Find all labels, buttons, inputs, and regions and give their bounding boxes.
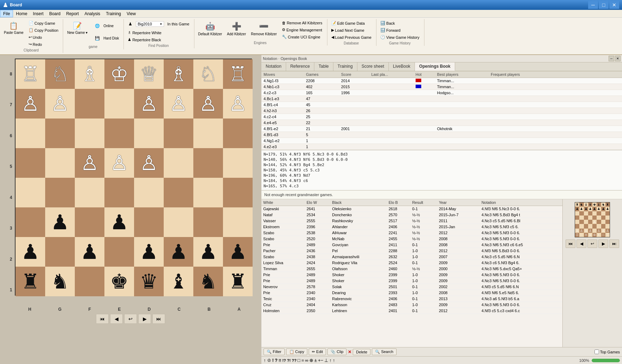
square-r5c7[interactable] (223, 148, 253, 178)
default-kibitzer-button[interactable]: 🤖 Default Kibitzer (197, 20, 224, 37)
mini-next-button[interactable]: ▶ (598, 239, 608, 248)
list-item[interactable]: Timman 2655 Olafsson 2460 ½-½ 2000 4.Nc3… (261, 266, 562, 272)
square-r7c7[interactable]: ♙ (223, 89, 253, 119)
square-r8c0[interactable]: ♖ (16, 59, 45, 89)
add-kibitzer-button[interactable]: ➕ Add Kibitzer (225, 20, 248, 37)
list-item[interactable]: Ekstroem 2396 Ahlander 2406 ½-½ 2015-Jan… (261, 224, 562, 230)
square-r8c1[interactable]: ♘ (45, 59, 75, 89)
edit-button[interactable]: ✏ Edit (309, 348, 326, 355)
uparrow3-icon[interactable]: ↑ (333, 358, 335, 363)
paste-game-button[interactable]: 📋 Paste Game (2, 20, 25, 36)
square-r2c7[interactable]: ♟ (223, 237, 253, 267)
tab-table[interactable]: Table (314, 62, 333, 71)
table-row[interactable]: 4.Bc1-e3 47 (261, 96, 622, 102)
square-r5c6[interactable] (193, 148, 223, 178)
remove-all-button[interactable]: 🗑 Remove All Kibitzers (280, 20, 324, 26)
mini-first-button[interactable]: ⏮ (566, 239, 575, 248)
square-r2c4[interactable]: ♟ (134, 237, 164, 267)
list-item[interactable]: Szabo 2538 AlHuwar 2241 ½-½ 2012 4.Nc3 N… (261, 230, 562, 236)
square-r7c2[interactable] (75, 89, 104, 119)
plus-minus-icon[interactable]: +− (318, 358, 323, 363)
mini-prev-button[interactable]: ◀ (576, 239, 586, 248)
pm-icon[interactable]: ± (314, 358, 317, 363)
new-game-button[interactable]: 📝 New Game ▾ (65, 20, 89, 36)
table-row[interactable]: 4.Bf1-d3 5 (261, 132, 622, 138)
delete-button[interactable]: Delete (353, 349, 370, 355)
square-r4c5[interactable] (164, 178, 193, 207)
panel-close-button[interactable]: ✕ (615, 56, 621, 61)
engine-mgmt-button[interactable]: ⚙ Engine Management (280, 26, 324, 33)
table-row[interactable]: 4.h2-h3 26 (261, 108, 622, 114)
tab-reference[interactable]: Reference (286, 62, 314, 71)
menu-view[interactable]: View (124, 10, 139, 17)
square-r6c3[interactable] (104, 119, 134, 148)
square-r4c0[interactable] (16, 178, 45, 207)
square-r2c6[interactable]: ♟ (193, 237, 223, 267)
menu-board[interactable]: Board (46, 10, 63, 17)
create-uci-button[interactable]: 🔧 Create UCI Engine (280, 34, 324, 40)
minimize-button[interactable]: ─ (588, 1, 598, 9)
square-r6c4[interactable] (134, 119, 164, 148)
equal-icon[interactable]: = (301, 358, 304, 363)
list-item[interactable]: Pacher 2436 Pel 2288 1-0 2012 4.Nf3 Nf6 … (261, 248, 562, 254)
square-r1c5[interactable]: ♝ (164, 267, 193, 296)
list-item[interactable]: Vaisser 2555 Rashkovsky 2517 ½-½ 2011 4.… (261, 218, 562, 224)
undo-move-button[interactable]: ↩ (124, 314, 137, 324)
undo-button[interactable]: ↩ Undo (27, 34, 60, 41)
online-button[interactable]: 🌐 Online (91, 20, 121, 32)
copy-position-button[interactable]: 📋 Copy Position (27, 27, 60, 34)
repertoire-black-button[interactable]: ♟ Repertoire Black (126, 36, 191, 43)
square-r5c5[interactable] (164, 148, 193, 178)
square-r1c7[interactable]: ♜ (223, 267, 253, 296)
square-r5c2[interactable]: ♙ (75, 148, 104, 178)
square-r7c0[interactable]: ♙ (16, 89, 45, 119)
chessboard[interactable]: ♖♘♗♔♕♗♘♖♙♙♙♙♙♙♙♙♙♟♟♟♟♟♟♟♟♜♞♚♛♝♞♜ (15, 59, 252, 296)
top-games-input[interactable] (594, 350, 599, 354)
square-r1c1[interactable]: ♞ (45, 267, 75, 296)
square-r2c2[interactable]: ♟ (75, 237, 104, 267)
copy-game-button[interactable]: 📄 Copy Game (27, 20, 60, 26)
square-r5c1[interactable] (45, 148, 75, 178)
menu-home[interactable]: Home (13, 10, 30, 17)
square-r3c1[interactable]: ♟ (45, 207, 75, 237)
copy-button[interactable]: 📋 Copy (286, 348, 308, 355)
square-r5c3[interactable]: ♙ (104, 148, 134, 178)
list-item[interactable]: Prie 2489 Govciyan 2411 0-1 2008 4.Nc3 N… (261, 242, 562, 248)
square-r3c2[interactable] (75, 207, 104, 237)
square-r8c3[interactable]: ♔ (104, 59, 134, 89)
square-r2c5[interactable]: ♟ (164, 237, 193, 267)
menu-insert[interactable]: Insert (30, 10, 46, 17)
exclaim2-icon[interactable]: !! (279, 358, 281, 363)
q-exclaim-icon[interactable]: ?! (287, 358, 291, 363)
list-item[interactable]: Szabo 2438 Azmaiparashvili 2632 1-0 2007… (261, 254, 562, 260)
square-r4c3[interactable] (104, 178, 134, 207)
square-r6c6[interactable] (193, 119, 223, 148)
table-row[interactable]: 4.c2-c4 25 (261, 114, 622, 120)
square-r5c4[interactable]: ♙ (134, 148, 164, 178)
warn-icon[interactable]: ? (275, 358, 278, 363)
list-item[interactable]: Cruz 2404 Karlsson 2483 1-0 2009 4.Nc3 N… (261, 302, 562, 308)
square-r4c2[interactable] (75, 178, 104, 207)
list-item[interactable]: Tesic 2340 Rabrenovic 2406 0-1 2013 4.Nc… (261, 296, 562, 302)
list-item[interactable]: Gajewski 2641 Oleksienko 2618 0-1 2014-M… (261, 206, 562, 212)
first-move-button[interactable]: ⏮ (96, 314, 109, 324)
square-r5c0[interactable] (16, 148, 45, 178)
square-icon[interactable]: □ (297, 358, 300, 363)
square-r7c3[interactable] (104, 89, 134, 119)
square-r3c3[interactable]: ♟ (104, 207, 134, 237)
list-item[interactable]: Neverov 2578 Solak 2501 0-1 2002 4.Nf3 c… (261, 284, 562, 290)
table-row[interactable]: 4.Bf1-e2 21 2001 Okhotnik (261, 126, 622, 132)
mini-last-button[interactable]: ⏭ (609, 239, 619, 248)
list-item[interactable]: Prie 2489 Shoker 2399 1-0 2009 4.Nc3 Nf6… (261, 272, 562, 278)
hard-disk-button[interactable]: 💾 Hard Disk (91, 32, 121, 44)
square-r1c3[interactable]: ♚ (104, 267, 134, 296)
square-r1c4[interactable]: ♛ (134, 267, 164, 296)
tab-openings-book[interactable]: Openings Book (415, 62, 455, 71)
forward-button[interactable]: 🔜 Forward (379, 27, 421, 34)
redo-button[interactable]: ↪ Redo (27, 41, 60, 48)
square-r4c4[interactable] (134, 178, 164, 207)
square-r6c1[interactable] (45, 119, 75, 148)
list-item[interactable]: Lopez Silva 2424 Rodriguez Vila 2524 0-1… (261, 260, 562, 266)
table-row[interactable]: 4.e2-e3 1 (261, 144, 622, 150)
last-move-button[interactable]: ⏭ (152, 314, 165, 324)
